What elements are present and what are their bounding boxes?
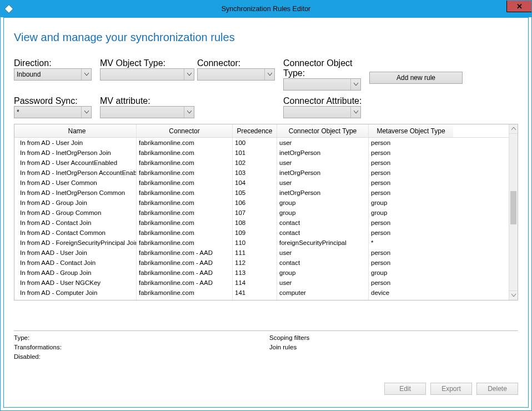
close-icon: ✕	[516, 2, 523, 11]
vertical-scrollbar[interactable]	[509, 124, 518, 300]
connector-combo[interactable]	[197, 68, 275, 81]
cell-connector: fabrikamonline.com	[137, 188, 233, 198]
scroll-up-button[interactable]	[509, 124, 518, 134]
connector-attribute-combo[interactable]	[283, 106, 361, 118]
app-window: Synchronization Rules Editor ✕ View and …	[0, 0, 532, 411]
cell-name: In from AD - ForeignSecurityPrincipal Jo…	[14, 238, 137, 248]
table-row[interactable]: In from AD - InetOrgPerson AccountEnable…	[14, 168, 509, 178]
cell-precedence: 100	[233, 138, 277, 148]
edit-label: Edit	[399, 385, 411, 393]
cell-precedence: 103	[233, 168, 277, 178]
cell-cot: user	[277, 178, 369, 188]
cell-precedence: 101	[233, 148, 277, 158]
connector-attribute-label: Connector Attribute:	[283, 96, 369, 106]
cell-mot: person	[369, 278, 453, 288]
close-button[interactable]: ✕	[506, 1, 531, 12]
chevron-down-icon	[81, 69, 91, 80]
table-row[interactable]: In from AD - User Commonfabrikamonline.c…	[14, 178, 509, 188]
chevron-down-icon	[350, 107, 360, 118]
table-row[interactable]: In from AD - InetOrgPerson Joinfabrikamo…	[14, 148, 509, 158]
mv-attribute-combo[interactable]	[100, 106, 194, 118]
cell-cot: contact	[277, 228, 369, 238]
cell-cot: user	[277, 248, 369, 258]
cell-connector: fabrikamonline.com	[137, 218, 233, 228]
grid-body: In from AD - User Joinfabrikamonline.com…	[14, 138, 509, 300]
connector-label: Connector:	[197, 58, 283, 68]
cell-connector: fabrikamonline.com - AAD	[137, 248, 233, 258]
connector-object-type-combo[interactable]	[283, 78, 361, 91]
password-sync-combo[interactable]: *	[14, 106, 92, 118]
divider	[14, 330, 518, 331]
scroll-thumb[interactable]	[510, 191, 516, 224]
table-row[interactable]: In from AAD - Group Joinfabrikamonline.c…	[14, 268, 509, 278]
table-row[interactable]: In from AD - Contact Joinfabrikamonline.…	[14, 218, 509, 228]
cell-cot: inetOrgPerson	[277, 148, 369, 158]
title-bar: Synchronization Rules Editor ✕	[1, 1, 531, 17]
col-header-precedence[interactable]: Precedence	[233, 124, 277, 137]
app-icon	[4, 4, 14, 14]
direction-combo[interactable]: Inbound	[14, 68, 92, 81]
add-new-rule-button[interactable]: Add new rule	[369, 72, 463, 84]
add-new-rule-label: Add new rule	[397, 74, 435, 82]
cell-connector: fabrikamonline.com	[137, 178, 233, 188]
scroll-down-button[interactable]	[509, 290, 518, 300]
page-title: View and manage your synchronization rul…	[14, 31, 518, 44]
password-sync-value: *	[17, 108, 19, 116]
cell-precedence: 114	[233, 278, 277, 288]
chevron-down-icon	[264, 69, 274, 80]
cell-connector: fabrikamonline.com - AAD	[137, 258, 233, 268]
col-header-mot[interactable]: Metaverse Object Type	[369, 124, 453, 137]
cell-name: In from AD - User Join	[14, 138, 137, 148]
cell-name: In from AD - Group Join	[14, 198, 137, 208]
col-header-connector[interactable]: Connector	[137, 124, 233, 137]
table-row[interactable]: In from AAD - User Joinfabrikamonline.co…	[14, 248, 509, 258]
table-row[interactable]: In from AD - Computer Joinfabrikamonline…	[14, 288, 509, 298]
cell-name: In from AD - Contact Common	[14, 228, 137, 238]
cell-name: In from AD - User AccountEnabled	[14, 158, 137, 168]
mv-object-type-combo[interactable]	[100, 68, 194, 81]
cell-connector: fabrikamonline.com - AAD	[137, 278, 233, 288]
table-row[interactable]: In from AD - InetOrgPerson Commonfabrika…	[14, 188, 509, 198]
table-row[interactable]: In from AAD - Contact Joinfabrikamonline…	[14, 258, 509, 268]
detail-disabled-label: Disabled:	[14, 352, 269, 362]
table-row[interactable]: In from AD - User Joinfabrikamonline.com…	[14, 138, 509, 148]
delete-button[interactable]: Delete	[476, 383, 518, 395]
cell-name: In from AD - InetOrgPerson AccountEnable…	[14, 168, 137, 178]
cell-connector: fabrikamonline.com	[137, 208, 233, 218]
cell-name: In from AD - InetOrgPerson Common	[14, 188, 137, 198]
cell-precedence: 111	[233, 248, 277, 258]
rules-grid[interactable]: Name Connector Precedence Connector Obje…	[14, 124, 518, 300]
chevron-down-icon	[184, 107, 194, 118]
table-row[interactable]: In from AD - Contact Commonfabrikamonlin…	[14, 228, 509, 238]
cell-mot: *	[369, 238, 453, 248]
cell-connector: fabrikamonline.com - AAD	[137, 268, 233, 278]
table-row[interactable]: In from AD - User AccountEnabledfabrikam…	[14, 158, 509, 168]
cell-precedence: 141	[233, 288, 277, 298]
detail-type-label: Type:	[14, 333, 269, 343]
edit-button[interactable]: Edit	[384, 383, 426, 395]
cell-connector: fabrikamonline.com	[137, 168, 233, 178]
cell-cot: group	[277, 198, 369, 208]
mv-object-type-label: MV Object Type:	[100, 58, 197, 68]
cell-cot: group	[277, 208, 369, 218]
cell-name: In from AAD - User Join	[14, 248, 137, 258]
cell-cot: group	[277, 268, 369, 278]
cell-mot: device	[369, 288, 453, 298]
cell-connector: fabrikamonline.com	[137, 238, 233, 248]
export-button[interactable]: Export	[430, 383, 472, 395]
table-row[interactable]: In from AAD - User NGCKeyfabrikamonline.…	[14, 278, 509, 288]
table-row[interactable]: In from AD - Group Commonfabrikamonline.…	[14, 208, 509, 218]
cell-mot: group	[369, 198, 453, 208]
cell-connector: fabrikamonline.com	[137, 158, 233, 168]
col-header-name[interactable]: Name	[14, 124, 137, 137]
cell-mot: person	[369, 248, 453, 258]
cell-mot: person	[369, 218, 453, 228]
detail-join-rules: Join rules	[269, 343, 309, 352]
table-row[interactable]: In from AD - ForeignSecurityPrincipal Jo…	[14, 238, 509, 248]
cell-cot: user	[277, 158, 369, 168]
cell-mot: device	[369, 298, 453, 300]
table-row[interactable]: In from AD - Group Joinfabrikamonline.co…	[14, 198, 509, 208]
cell-mot: group	[369, 268, 453, 278]
col-header-cot[interactable]: Connector Object Type	[277, 124, 369, 137]
table-row[interactable]: In from AD - Device Commonfabrikamonline…	[14, 298, 509, 300]
